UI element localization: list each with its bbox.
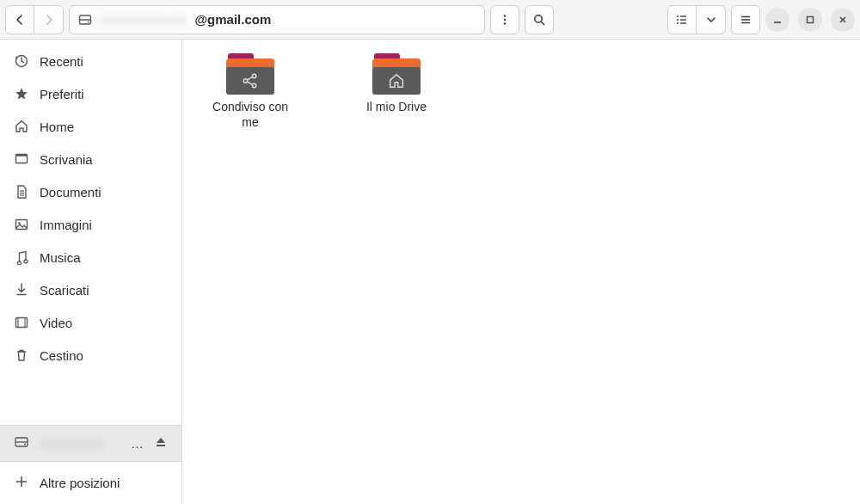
svg-point-2: [88, 21, 89, 22]
sidebar-label: Documenti: [40, 185, 101, 200]
folder-icon: [226, 53, 274, 95]
sidebar-label: Video: [40, 316, 72, 330]
svg-point-5: [504, 22, 506, 24]
sidebar-label: Immagini: [40, 218, 92, 232]
view-dropdown-button[interactable]: [697, 5, 726, 34]
chevron-down-icon: [704, 13, 718, 27]
document-icon: [14, 184, 29, 200]
close-icon: [837, 14, 849, 26]
svg-rect-23: [16, 155, 28, 157]
sidebar-item-desktop[interactable]: Scrivania: [0, 143, 181, 175]
sidebar-label: Home: [40, 120, 74, 134]
headerbar: xxxxxxxxxx @gmail.com: [0, 0, 860, 40]
drive-icon: [78, 13, 92, 27]
svg-line-7: [541, 22, 544, 24]
home-emblem-icon: [387, 71, 406, 90]
desktop-icon: [14, 151, 29, 167]
sidebar-other-locations[interactable]: Altre posizioni: [0, 462, 181, 504]
home-icon: [14, 119, 29, 134]
close-button[interactable]: [831, 8, 855, 32]
sidebar-item-documents[interactable]: Documenti: [0, 175, 181, 208]
svg-rect-18: [808, 16, 814, 22]
sidebar-label: Altre posizioni: [40, 476, 120, 490]
sidebar-label: Scaricati: [40, 283, 89, 298]
sidebar-label: Musica: [40, 250, 81, 265]
star-icon: [14, 86, 29, 101]
svg-point-3: [504, 15, 506, 16]
sidebar-item-downloads[interactable]: Scaricati: [0, 274, 181, 306]
sidebar-item-starred[interactable]: Preferiti: [0, 77, 181, 110]
maximize-button[interactable]: [798, 8, 822, 32]
chevron-left-icon: [13, 13, 27, 27]
image-icon: [14, 217, 29, 232]
svg-line-42: [247, 82, 252, 85]
plus-icon: [14, 474, 29, 492]
svg-line-41: [247, 77, 252, 80]
folder-my-drive[interactable]: Il mio Drive: [349, 53, 444, 115]
share-emblem-icon: [241, 71, 260, 90]
hamburger-button[interactable]: [731, 5, 760, 34]
eject-icon: [154, 435, 168, 449]
drive-ellipsis: …: [131, 436, 144, 451]
folder-label: Condiviso con me: [203, 100, 298, 130]
maximize-icon: [804, 14, 816, 26]
view-group: [667, 5, 726, 34]
list-icon: [675, 13, 689, 27]
sidebar-label: Cestino: [40, 348, 83, 363]
folder-shared-with-me[interactable]: Condiviso con me: [203, 53, 298, 130]
svg-point-28: [18, 222, 20, 224]
download-icon: [14, 282, 29, 298]
sidebar-label: Scrivania: [40, 152, 93, 167]
sidebar-item-recent[interactable]: Recenti: [0, 45, 181, 77]
search-icon: [532, 13, 546, 27]
back-button[interactable]: [5, 5, 34, 34]
sidebar-item-music[interactable]: Musica: [0, 241, 181, 274]
sidebar-item-images[interactable]: Immagini: [0, 208, 181, 241]
kebab-icon: [498, 13, 512, 27]
minimize-icon: [771, 14, 783, 26]
svg-point-8: [677, 15, 679, 17]
drive-icon: [14, 434, 29, 452]
window-controls: [765, 8, 855, 32]
sidebar-item-trash[interactable]: Cestino: [0, 339, 181, 372]
svg-point-12: [677, 22, 679, 24]
drive-obscured: xxxxxxxx: [40, 436, 120, 451]
view-list-button[interactable]: [667, 5, 697, 34]
chevron-right-icon: [42, 13, 56, 27]
sidebar-label: Preferiti: [40, 87, 84, 101]
minimize-button[interactable]: [765, 8, 789, 32]
path-bar[interactable]: xxxxxxxxxx @gmail.com: [69, 5, 485, 34]
sidebar-item-video[interactable]: Video: [0, 306, 181, 339]
sidebar-places: Recenti Preferiti Home Scrivania: [0, 40, 181, 425]
folder-label: Il mio Drive: [366, 100, 427, 115]
sidebar-label: Recenti: [40, 54, 83, 69]
search-button[interactable]: [525, 5, 554, 34]
more-button[interactable]: [490, 5, 519, 34]
svg-point-34: [24, 444, 26, 446]
folder-icon: [372, 53, 421, 95]
eject-button[interactable]: [154, 435, 168, 452]
path-obscured: xxxxxxxxxx: [99, 12, 187, 27]
sidebar: Recenti Preferiti Home Scrivania: [0, 40, 182, 504]
svg-point-4: [504, 18, 506, 20]
hamburger-icon: [739, 13, 752, 27]
svg-rect-27: [16, 220, 28, 230]
sidebar-item-home[interactable]: Home: [0, 110, 181, 143]
clock-icon: [14, 53, 29, 69]
file-view[interactable]: Condiviso con me Il mio Drive: [182, 40, 860, 504]
nav-group: [5, 5, 64, 34]
forward-button[interactable]: [34, 5, 64, 34]
svg-point-10: [677, 19, 679, 21]
video-icon: [14, 315, 29, 330]
svg-rect-35: [157, 445, 165, 446]
trash-icon: [14, 347, 29, 363]
path-suffix: @gmail.com: [194, 12, 271, 27]
music-icon: [14, 249, 29, 265]
sidebar-mounted-drive[interactable]: xxxxxxxx …: [0, 425, 181, 462]
